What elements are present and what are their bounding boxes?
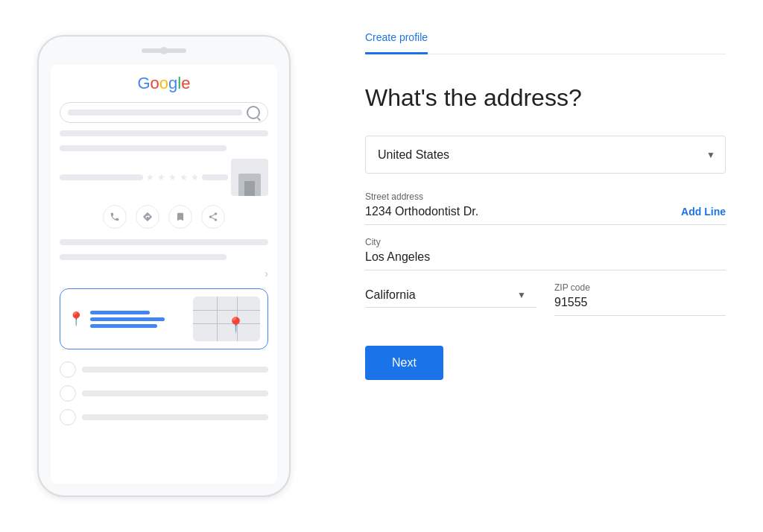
stars-row: ★ ★ ★ ★ ★ <box>60 159 268 196</box>
phone-bottom-rows <box>60 361 268 425</box>
blue-line <box>90 324 157 328</box>
skeleton-line <box>82 390 268 396</box>
state-zip-row: California ▼ ZIP code 91555 <box>365 282 726 316</box>
skeleton-line <box>60 174 143 180</box>
city-row: Los Angeles <box>365 250 726 270</box>
city-value[interactable]: Los Angeles <box>365 250 726 264</box>
skeleton-line <box>60 145 227 151</box>
street-address-field: Street address 1234 Orthodontist Dr. Add… <box>365 191 726 225</box>
bottom-icon <box>60 361 76 378</box>
star-icon: ★ <box>168 172 177 183</box>
action-icons-row <box>60 205 268 229</box>
skeleton-line <box>60 239 268 245</box>
bottom-icon <box>60 385 76 402</box>
progress-tabs: Create profile <box>365 22 726 54</box>
skeleton-line <box>60 254 227 260</box>
blue-lines <box>90 311 165 328</box>
zip-value[interactable]: 91555 <box>554 296 726 316</box>
zip-label: ZIP code <box>554 282 726 293</box>
star-icon: ★ <box>146 172 154 183</box>
map-thumbnail: 📍 <box>193 297 260 341</box>
page-title: What's the address? <box>365 84 726 112</box>
search-bar-skeleton <box>68 110 242 115</box>
skeleton-line <box>82 414 268 420</box>
next-button[interactable]: Next <box>365 346 443 380</box>
phone-action-icon <box>103 205 127 229</box>
bottom-row <box>60 361 268 378</box>
skeleton-line <box>82 367 268 373</box>
country-select-wrapper[interactable]: United States ▼ <box>365 136 726 174</box>
search-bar <box>60 102 268 123</box>
star-icon: ★ <box>157 172 165 183</box>
blue-line <box>90 317 165 321</box>
search-icon <box>247 106 260 119</box>
direction-action-icon <box>136 205 159 229</box>
city-label: City <box>365 237 726 247</box>
city-field: City Los Angeles <box>365 237 726 270</box>
state-wrapper[interactable]: California ▼ <box>365 282 536 308</box>
add-line-button[interactable]: Add Line <box>681 206 726 218</box>
phone-camera <box>160 47 168 54</box>
star-icon: ★ <box>180 172 188 183</box>
map-card-left: 📍 <box>68 311 187 328</box>
state-select[interactable]: California <box>365 282 536 308</box>
blue-line <box>90 311 150 314</box>
store-icon <box>231 159 268 196</box>
bottom-icon <box>60 409 76 425</box>
tab-label: Create profile <box>365 31 428 43</box>
map-grid-line <box>217 297 218 341</box>
map-grid-line <box>193 310 260 311</box>
skeleton-line <box>60 130 268 136</box>
star-icon: ★ <box>191 172 199 183</box>
bottom-row <box>60 385 268 402</box>
share-action-icon <box>201 205 225 229</box>
country-select[interactable]: United States <box>365 136 726 174</box>
map-card: 📍 📍 <box>60 288 268 349</box>
bottom-row <box>60 409 268 425</box>
street-address-row: 1234 Orthodontist Dr. Add Line <box>365 205 726 225</box>
bookmark-action-icon <box>168 205 192 229</box>
map-pin-icon: 📍 <box>227 316 245 334</box>
google-logo: Google <box>60 74 268 93</box>
phone-screen: Google ★ ★ ★ ★ ★ <box>51 65 277 484</box>
street-address-value[interactable]: 1234 Orthodontist Dr. <box>365 205 681 218</box>
location-pin-icon: 📍 <box>68 311 84 327</box>
tab-create-profile[interactable]: Create profile <box>365 22 428 54</box>
street-address-label: Street address <box>365 191 726 202</box>
address-form: United States ▼ Street address 1234 Orth… <box>365 136 726 316</box>
right-panel: Create profile What's the address? Unite… <box>328 0 763 532</box>
left-panel: Google ★ ★ ★ ★ ★ <box>0 0 328 532</box>
zip-wrapper: ZIP code 91555 <box>554 282 726 316</box>
chevron-right-icon: › <box>60 267 268 279</box>
phone-mockup: Google ★ ★ ★ ★ ★ <box>37 35 291 497</box>
